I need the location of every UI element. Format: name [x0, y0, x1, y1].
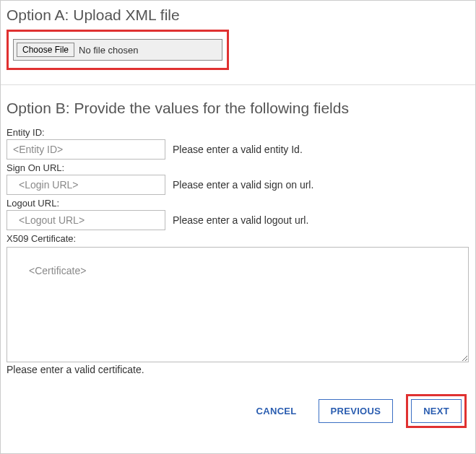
choose-file-button[interactable]: Choose File [17, 43, 74, 57]
wizard-footer: CANCEL PREVIOUS NEXT [1, 383, 475, 440]
option-b-title: Option B: Provide the values for the fol… [7, 100, 469, 117]
entity-id-label: Entity ID: [7, 127, 469, 138]
option-a-section: Option A: Upload XML file Choose File No… [1, 1, 475, 85]
previous-button[interactable]: PREVIOUS [319, 399, 394, 423]
certificate-label: X509 Certificate: [7, 233, 469, 244]
file-picker[interactable]: Choose File No file chosen [13, 39, 222, 61]
next-button[interactable]: NEXT [411, 399, 462, 423]
sign-on-url-hint: Please enter a valid sign on url. [173, 179, 313, 191]
logout-url-input[interactable] [7, 210, 165, 230]
logout-url-hint: Please enter a valid logout url. [173, 214, 308, 226]
entity-id-input[interactable] [7, 139, 165, 160]
upload-highlight: Choose File No file chosen [7, 30, 229, 70]
certificate-hint: Please enter a valid certificate. [7, 364, 469, 375]
sign-on-url-label: Sign On URL: [7, 162, 469, 173]
option-b-section: Option B: Provide the values for the fol… [1, 85, 475, 383]
certificate-textarea[interactable] [7, 247, 469, 362]
option-a-title: Option A: Upload XML file [7, 6, 469, 24]
logout-url-label: Logout URL: [7, 198, 469, 209]
next-highlight: NEXT [406, 394, 467, 428]
entity-id-hint: Please enter a valid entity Id. [173, 144, 303, 155]
cancel-button[interactable]: CANCEL [248, 400, 306, 422]
file-chosen-status: No file chosen [79, 45, 138, 56]
sign-on-url-input[interactable] [7, 175, 165, 195]
